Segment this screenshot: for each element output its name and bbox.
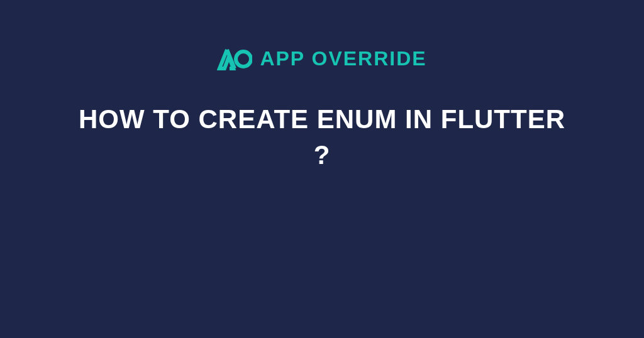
- svg-point-0: [236, 52, 251, 67]
- logo-mark-icon: [217, 48, 252, 70]
- brand-name: APP OVERRIDE: [260, 47, 426, 70]
- page-headline: HOW TO CREATE ENUM IN FLUTTER ?: [70, 102, 574, 173]
- brand-logo: APP OVERRIDE: [217, 47, 426, 70]
